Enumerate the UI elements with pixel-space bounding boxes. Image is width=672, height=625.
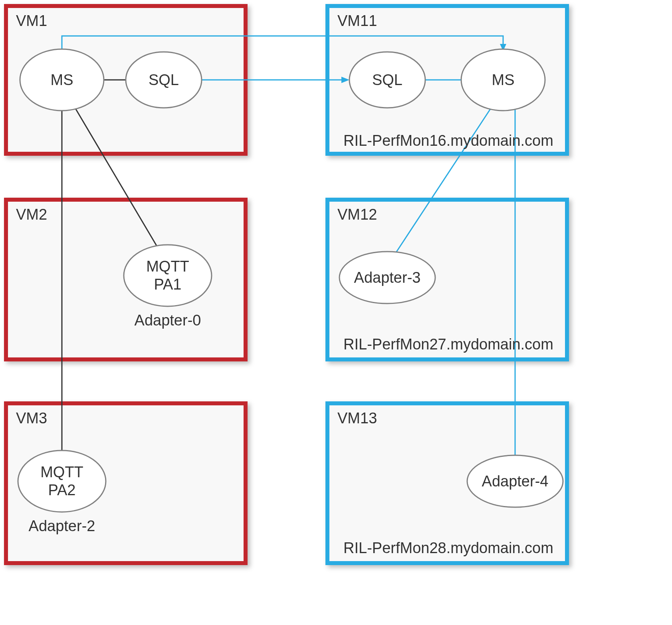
vm1-title: VM1 [16, 12, 47, 29]
vm2-title: VM2 [16, 206, 47, 223]
ms-right-label: MS [492, 71, 515, 88]
mqtt-pa1-caption: Adapter-0 [135, 312, 201, 329]
node-mqtt-pa2 [18, 450, 106, 512]
adapter4-label: Adapter-4 [482, 473, 549, 490]
vm12-subtitle: RIL-PerfMon27.mydomain.com [343, 336, 553, 353]
vm13-subtitle: RIL-PerfMon28.mydomain.com [343, 540, 553, 556]
mqtt-pa2-caption: Adapter-2 [29, 518, 95, 534]
deployment-diagram: VM1 VM2 VM3 VM11 VM12 VM13 RIL-PerfMon16… [0, 0, 672, 625]
vm11-title: VM11 [337, 12, 377, 29]
mqtt-pa1-line2: PA1 [154, 276, 181, 293]
mqtt-pa2-line1: MQTT [40, 464, 83, 480]
node-mqtt-pa1 [124, 245, 212, 306]
vm12-title: VM12 [337, 206, 377, 223]
mqtt-pa2-line2: PA2 [48, 482, 75, 498]
adapter3-label: Adapter-3 [354, 269, 421, 286]
sql-left-label: SQL [149, 71, 179, 88]
vm13-title: VM13 [337, 410, 377, 427]
sql-right-label: SQL [372, 71, 402, 88]
vm11-subtitle: RIL-PerfMon16.mydomain.com [343, 132, 553, 149]
vm3-title: VM3 [16, 410, 47, 427]
ms-left-label: MS [51, 71, 73, 88]
mqtt-pa1-line1: MQTT [146, 258, 189, 275]
